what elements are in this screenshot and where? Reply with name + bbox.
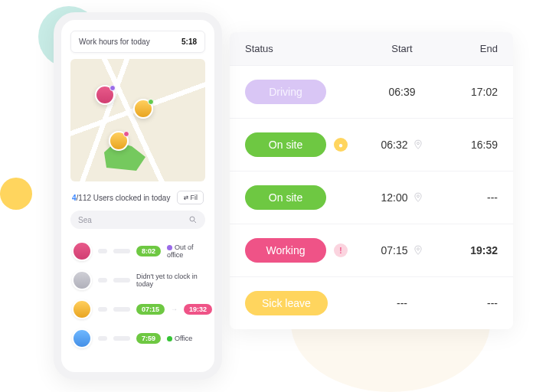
work-hours-value: 5:18 bbox=[181, 38, 197, 46]
svg-line-1 bbox=[194, 221, 197, 224]
arrow-icon: → bbox=[171, 305, 178, 313]
search-icon bbox=[188, 215, 198, 224]
status-pill: On site bbox=[245, 185, 326, 210]
status-dot-icon bbox=[167, 245, 172, 250]
map-pin-user-3[interactable] bbox=[109, 131, 129, 151]
svg-point-0 bbox=[190, 217, 194, 221]
start-time: 06:39 bbox=[388, 86, 415, 98]
clocked-in-summary: 4/112 Users clocked in today Fil bbox=[72, 191, 204, 204]
user-row[interactable]: 8:02 Out of office bbox=[61, 237, 214, 266]
location-icon bbox=[413, 192, 423, 203]
status-pill: On site bbox=[245, 132, 326, 157]
table-header: Status Start End bbox=[230, 32, 513, 65]
status-text: Office bbox=[175, 335, 192, 342]
time-pill: 7:59 bbox=[136, 333, 161, 345]
skeleton-bar bbox=[113, 249, 130, 253]
start-time: 06:32 bbox=[381, 139, 407, 151]
status-table: Status Start End Driving 06:39 17:02 On … bbox=[230, 32, 513, 329]
end-time: 17:02 bbox=[471, 86, 498, 98]
avatar bbox=[72, 241, 92, 261]
user-row[interactable]: 7:59 Office bbox=[61, 324, 214, 353]
skeleton-bar bbox=[113, 278, 130, 283]
user-row[interactable]: 07:15 → 19:32 bbox=[61, 295, 214, 324]
clocked-in-text: Users clocked in today bbox=[91, 194, 170, 202]
time-pill: 19:32 bbox=[184, 304, 212, 315]
avatar bbox=[72, 328, 92, 348]
alert-icon: ! bbox=[334, 243, 348, 257]
status-dot-icon bbox=[167, 336, 172, 341]
status-pill: Working bbox=[245, 238, 326, 263]
work-hours-label: Work hours for today bbox=[79, 38, 150, 46]
column-header-end[interactable]: End bbox=[444, 43, 498, 54]
svg-point-3 bbox=[417, 195, 419, 198]
skeleton-bar bbox=[98, 278, 107, 283]
location-icon bbox=[413, 139, 423, 150]
end-time: --- bbox=[487, 191, 498, 204]
column-header-status[interactable]: Status bbox=[245, 43, 360, 54]
time-pill: 07:15 bbox=[136, 304, 165, 315]
avatar bbox=[72, 299, 92, 319]
end-time: 16:59 bbox=[471, 139, 498, 151]
status-pill: Driving bbox=[245, 80, 326, 104]
skeleton-bar bbox=[98, 249, 107, 253]
coin-icon: ● bbox=[334, 138, 348, 152]
table-row[interactable]: Driving 06:39 17:02 bbox=[230, 65, 513, 118]
skeleton-bar bbox=[113, 307, 130, 312]
time-pill: 8:02 bbox=[136, 246, 161, 257]
table-row[interactable]: Sick leave --- --- bbox=[230, 276, 513, 329]
table-row[interactable]: Working ! 07:15 19:32 bbox=[230, 224, 513, 276]
status-pill: Sick leave bbox=[245, 291, 328, 315]
search-input[interactable]: Sea bbox=[70, 211, 205, 229]
work-hours-card[interactable]: Work hours for today 5:18 bbox=[70, 31, 205, 53]
start-time: 07:15 bbox=[381, 244, 407, 256]
phone-mockup: Work hours for today 5:18 4/112 Users cl… bbox=[54, 12, 222, 380]
table-row[interactable]: On site ● 06:32 16:59 bbox=[230, 118, 513, 171]
map-pin-user-2[interactable] bbox=[133, 99, 153, 119]
status-text: Didn't yet to clock in today bbox=[136, 273, 204, 288]
svg-point-2 bbox=[417, 142, 419, 145]
column-header-start[interactable]: Start bbox=[360, 43, 444, 54]
start-time: 12:00 bbox=[381, 191, 407, 204]
skeleton-bar bbox=[98, 336, 107, 341]
start-time: --- bbox=[397, 297, 407, 309]
search-placeholder: Sea bbox=[78, 216, 92, 224]
map-view[interactable] bbox=[70, 59, 205, 181]
location-icon bbox=[413, 245, 423, 256]
user-row[interactable]: Didn't yet to clock in today bbox=[61, 266, 214, 295]
end-time: --- bbox=[487, 297, 498, 309]
table-row[interactable]: On site 12:00 --- bbox=[230, 171, 513, 224]
skeleton-bar bbox=[113, 336, 130, 341]
filter-label: Fil bbox=[191, 194, 198, 201]
avatar bbox=[72, 270, 92, 290]
end-time: 19:32 bbox=[470, 244, 498, 256]
svg-point-4 bbox=[417, 248, 419, 250]
clocked-in-total: /112 bbox=[77, 194, 91, 202]
skeleton-bar bbox=[98, 307, 107, 312]
map-pin-user-1[interactable] bbox=[95, 85, 115, 105]
filter-button[interactable]: Fil bbox=[177, 191, 204, 204]
